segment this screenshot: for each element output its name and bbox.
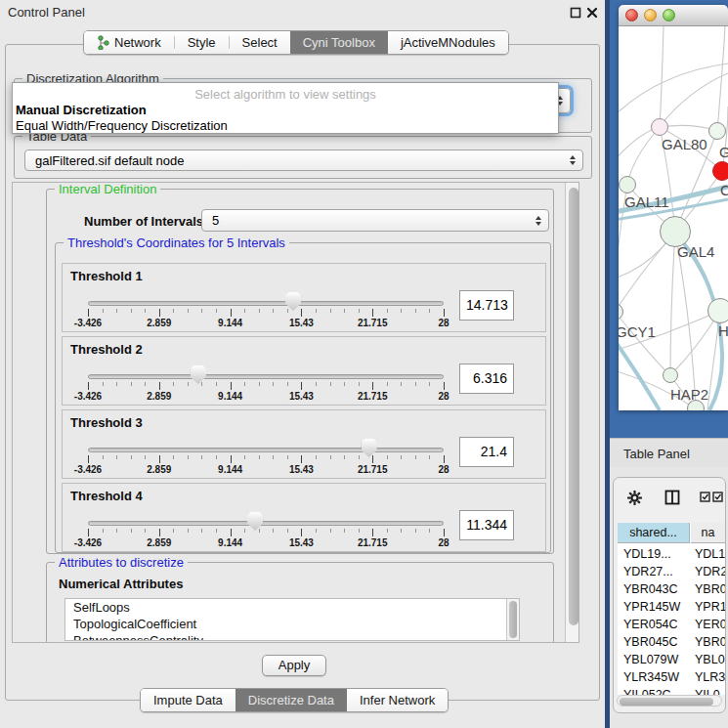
- list-scrollbar[interactable]: [506, 599, 519, 640]
- threshold-label: Threshold 4: [70, 489, 143, 503]
- tab-discretize-data[interactable]: Discretize Data: [236, 689, 347, 711]
- network-node[interactable]: [707, 298, 728, 323]
- float-window-icon[interactable]: [570, 7, 581, 19]
- tick-label: 9.144: [218, 318, 242, 328]
- tick-mark: [372, 529, 373, 536]
- network-node-label: GA: [719, 144, 728, 160]
- tick-mark: [359, 309, 360, 313]
- tick-label: 9.144: [218, 537, 242, 548]
- checkbox-checked-icon[interactable]: [700, 492, 710, 502]
- gear-icon[interactable]: [626, 490, 643, 506]
- threshold-panel: Threshold 4-3.4262.8599.14415.4321.71528…: [62, 483, 546, 552]
- close-icon[interactable]: [586, 7, 598, 19]
- table-cell[interactable]: YBR045C: [618, 633, 690, 651]
- threshold-value-field[interactable]: 21.4: [459, 437, 514, 467]
- slider-track[interactable]: [88, 521, 444, 526]
- slider-track[interactable]: [88, 374, 444, 379]
- tick-mark: [372, 455, 373, 463]
- table-cell[interactable]: YIL0: [691, 686, 725, 695]
- tab-label: jActiveMNodules: [401, 35, 495, 50]
- network-node[interactable]: [708, 122, 726, 140]
- table-cell[interactable]: YDL19...: [618, 545, 690, 563]
- tick-mark: [231, 309, 232, 317]
- table-cell[interactable]: YER054C: [618, 616, 690, 633]
- column-layout-icon[interactable]: [664, 490, 680, 505]
- table-horizontal-scrollbar[interactable]: [617, 695, 722, 707]
- tick-mark: [330, 309, 331, 313]
- checkbox-checked-icon[interactable]: [712, 492, 723, 502]
- tick-mark: [145, 309, 146, 313]
- minimize-traffic-light-icon[interactable]: [644, 9, 657, 21]
- settings-vertical-scrollbar[interactable]: [565, 183, 579, 642]
- settings-scrollpane: Interval Definition Number of Intervals …: [12, 182, 579, 643]
- table-cell[interactable]: YBL0: [691, 651, 725, 668]
- tick-mark: [216, 455, 217, 459]
- table-cell[interactable]: YLR345W: [618, 668, 690, 686]
- network-node[interactable]: [651, 118, 668, 136]
- num-intervals-value: 5: [212, 213, 219, 228]
- tick-mark: [287, 382, 288, 386]
- tick-mark: [88, 382, 89, 390]
- column-header[interactable]: shared...: [618, 523, 690, 543]
- table-cell[interactable]: YPR1: [691, 598, 725, 616]
- tick-mark: [444, 309, 445, 317]
- tick-mark: [259, 529, 260, 533]
- table-cell[interactable]: YPR145W: [618, 598, 690, 616]
- tick-mark: [131, 455, 132, 459]
- apply-button[interactable]: Apply: [262, 655, 326, 676]
- table-data-combobox[interactable]: galFiltered.sif default node: [24, 150, 583, 171]
- table-cell[interactable]: YER0: [691, 616, 725, 633]
- table-cell[interactable]: YBR0: [691, 580, 725, 598]
- table-cell[interactable]: YDR2: [691, 563, 725, 580]
- network-window-titlebar[interactable]: [619, 5, 728, 26]
- threshold-value-field[interactable]: 6.316: [459, 364, 514, 394]
- tab-select[interactable]: Select: [230, 31, 290, 54]
- tab-label: Impute Data: [153, 693, 223, 707]
- threshold-value-field[interactable]: 11.344: [459, 510, 514, 540]
- list-item[interactable]: TopologicalCoefficient: [65, 616, 519, 632]
- tab-impute-data[interactable]: Impute Data: [141, 689, 236, 711]
- tab-infer-network[interactable]: Infer Network: [347, 689, 448, 711]
- table-cell[interactable]: YLR3: [691, 668, 725, 686]
- network-canvas[interactable]: GAL80GACGAL11GAL4GCY1HHAP2: [619, 26, 728, 410]
- tick-mark: [173, 455, 174, 459]
- tick-label: -3.426: [74, 464, 102, 475]
- table-cell[interactable]: YDL1: [691, 545, 725, 563]
- network-node[interactable]: [712, 161, 728, 181]
- network-node-label: GCY1: [619, 323, 656, 340]
- dropdown-option[interactable]: Manual Discretization: [16, 103, 147, 117]
- slider-track[interactable]: [88, 448, 444, 452]
- tick-mark: [344, 529, 345, 533]
- tick-label: 21.715: [358, 391, 388, 402]
- dropdown-option[interactable]: Equal Width/Frequency Discretization: [16, 118, 228, 133]
- node-attribute-table[interactable]: shared...naYDL19...YDL1YDR27...YDR2YBR04…: [618, 523, 725, 695]
- num-intervals-combobox[interactable]: 5: [201, 209, 549, 232]
- table-cell[interactable]: YIL052C: [618, 686, 690, 695]
- tick-mark: [244, 455, 245, 459]
- column-header[interactable]: na: [691, 523, 725, 543]
- tick-mark: [159, 382, 160, 390]
- list-item[interactable]: SelfLoops: [65, 599, 519, 616]
- network-node[interactable]: [663, 367, 678, 383]
- list-item[interactable]: BetweennessCentrality: [65, 632, 519, 641]
- tick-label: -3.426: [74, 537, 102, 548]
- tab-network[interactable]: Network: [84, 31, 174, 54]
- table-cell[interactable]: YBL079W: [618, 651, 690, 668]
- tick-mark: [359, 455, 360, 459]
- tick-mark: [145, 382, 146, 386]
- network-node-label: H: [718, 322, 728, 339]
- tab-style[interactable]: Style: [175, 31, 229, 54]
- numerical-attributes-list[interactable]: SelfLoopsTopologicalCoefficientBetweenne…: [64, 598, 520, 641]
- table-cell[interactable]: YBR0: [691, 633, 725, 651]
- network-node[interactable]: [619, 176, 636, 193]
- table-cell[interactable]: YBR043C: [618, 580, 690, 598]
- tick-label: -3.426: [74, 318, 102, 328]
- tab-cyni-toolbox[interactable]: Cyni Toolbox: [290, 31, 388, 54]
- close-traffic-light-icon[interactable]: [625, 9, 638, 21]
- slider-track[interactable]: [88, 301, 444, 306]
- zoom-traffic-light-icon[interactable]: [663, 9, 675, 21]
- tab-jactivemnodules[interactable]: jActiveMNodules: [388, 31, 508, 54]
- threshold-value-field[interactable]: 14.713: [459, 290, 514, 321]
- table-cell[interactable]: YDR27...: [618, 563, 690, 580]
- group-interval-definition: Interval Definition Number of Intervals …: [46, 189, 554, 554]
